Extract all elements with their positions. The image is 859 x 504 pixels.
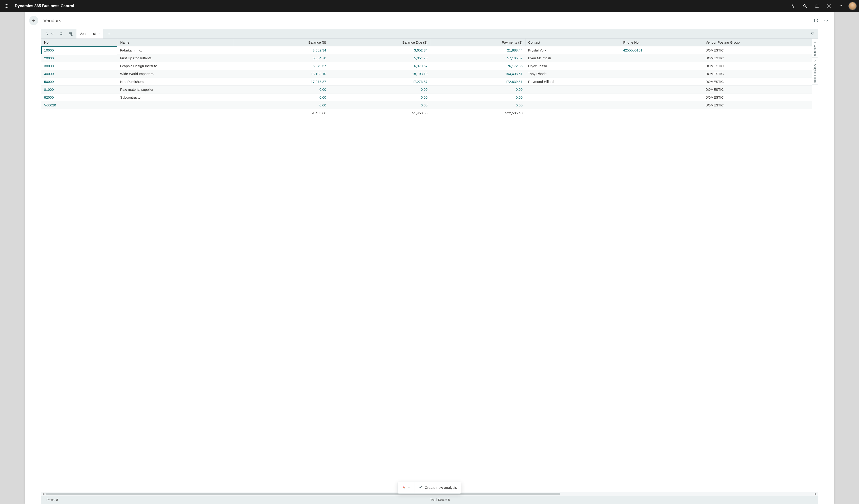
cell-balance[interactable]: 0.00 bbox=[234, 101, 329, 109]
col-balance[interactable]: Balance ($) bbox=[234, 39, 329, 46]
analysis-mode-button[interactable] bbox=[67, 29, 75, 38]
collapse-button[interactable] bbox=[823, 17, 830, 24]
cell-no[interactable]: 81000 bbox=[41, 86, 117, 93]
tab-vendor-list[interactable]: Vendor list bbox=[76, 29, 103, 38]
cell-no[interactable]: V00020 bbox=[41, 101, 117, 109]
add-tab-button[interactable] bbox=[103, 29, 115, 38]
cell-phone[interactable]: 4255550101 bbox=[620, 46, 703, 54]
table-row[interactable]: 82000Subcontractor0.000.000.00DOMESTIC bbox=[41, 93, 812, 101]
scroll-left-arrow[interactable]: ◀ bbox=[41, 492, 45, 495]
copilot-toolbar-button[interactable] bbox=[43, 29, 56, 38]
cell-balance[interactable]: 17,273.87 bbox=[234, 78, 329, 86]
cell-balance[interactable]: 0.00 bbox=[234, 86, 329, 93]
cell-balance[interactable]: 18,193.10 bbox=[234, 70, 329, 78]
cell-vpg[interactable]: DOMESTIC bbox=[703, 86, 812, 93]
cell-balance-due[interactable]: 5,354.78 bbox=[329, 54, 430, 62]
cell-phone[interactable] bbox=[620, 62, 703, 70]
cell-phone[interactable] bbox=[620, 70, 703, 78]
cell-name[interactable] bbox=[117, 101, 234, 109]
cell-balance-due[interactable]: 0.00 bbox=[329, 86, 430, 93]
back-button[interactable] bbox=[29, 16, 38, 25]
cell-payments[interactable]: 57,195.87 bbox=[430, 54, 525, 62]
cell-balance[interactable]: 0.00 bbox=[234, 93, 329, 101]
table-row[interactable]: 50000Nod Publishers17,273.8717,273.87172… bbox=[41, 78, 812, 86]
cell-payments[interactable]: 172,839.81 bbox=[430, 78, 525, 86]
col-payments[interactable]: Payments ($) bbox=[430, 39, 525, 46]
cell-balance-due[interactable]: 0.00 bbox=[329, 101, 430, 109]
cell-payments[interactable]: 21,888.44 bbox=[430, 46, 525, 54]
cell-contact[interactable] bbox=[525, 101, 620, 109]
cell-no[interactable]: 10000 bbox=[41, 46, 117, 54]
cell-no[interactable]: 82000 bbox=[41, 93, 117, 101]
filter-button[interactable] bbox=[807, 29, 818, 38]
cell-name[interactable]: Subcontractor bbox=[117, 93, 234, 101]
col-contact[interactable]: Contact bbox=[525, 39, 620, 46]
cell-vpg[interactable]: DOMESTIC bbox=[703, 93, 812, 101]
cell-vpg[interactable]: DOMESTIC bbox=[703, 54, 812, 62]
cell-phone[interactable] bbox=[620, 86, 703, 93]
cell-contact[interactable]: Krystal York bbox=[525, 46, 620, 54]
cell-name[interactable]: First Up Consultants bbox=[117, 54, 234, 62]
table-row[interactable]: 81000Raw material supplier0.000.000.00DO… bbox=[41, 86, 812, 93]
cell-balance[interactable]: 6,979.57 bbox=[234, 62, 329, 70]
user-avatar[interactable] bbox=[848, 2, 857, 10]
cell-vpg[interactable]: DOMESTIC bbox=[703, 46, 812, 54]
col-name[interactable]: Name bbox=[117, 39, 234, 46]
toolbar-search-button[interactable] bbox=[58, 29, 65, 38]
cell-phone[interactable] bbox=[620, 54, 703, 62]
copilot-header-button[interactable] bbox=[788, 1, 798, 11]
cell-no[interactable]: 30000 bbox=[41, 62, 117, 70]
cell-payments[interactable]: 0.00 bbox=[430, 86, 525, 93]
table-row[interactable]: 20000First Up Consultants5,354.785,354.7… bbox=[41, 54, 812, 62]
app-launcher-button[interactable] bbox=[2, 2, 11, 10]
cell-no[interactable]: 40000 bbox=[41, 70, 117, 78]
cell-contact[interactable]: Evan McIntosh bbox=[525, 54, 620, 62]
rail-columns[interactable]: Columns bbox=[812, 39, 818, 58]
table-row[interactable]: 10000Fabrikam, Inc.3,652.343,652.3421,88… bbox=[41, 46, 812, 54]
cell-balance[interactable]: 5,354.78 bbox=[234, 54, 329, 62]
cell-balance-due[interactable]: 0.00 bbox=[329, 93, 430, 101]
cell-no[interactable]: 20000 bbox=[41, 54, 117, 62]
table-row[interactable]: V000200.000.000.00DOMESTIC bbox=[41, 101, 812, 109]
table-row[interactable]: 40000Wide World Importers18,193.1018,193… bbox=[41, 70, 812, 78]
col-phone[interactable]: Phone No. bbox=[620, 39, 703, 46]
cell-contact[interactable]: Raymond Hillard bbox=[525, 78, 620, 86]
cell-name[interactable]: Graphic Design Institute bbox=[117, 62, 234, 70]
create-analysis-button[interactable]: Create new analysis bbox=[415, 486, 461, 490]
col-vpg[interactable]: Vendor Posting Group bbox=[703, 39, 812, 46]
cell-name[interactable]: Wide World Importers bbox=[117, 70, 234, 78]
cell-balance-due[interactable]: 3,652.34 bbox=[329, 46, 430, 54]
search-button[interactable] bbox=[800, 1, 810, 11]
cell-balance[interactable]: 3,652.34 bbox=[234, 46, 329, 54]
pop-out-button[interactable] bbox=[812, 17, 820, 24]
cell-balance-due[interactable]: 18,193.10 bbox=[329, 70, 430, 78]
col-balance-due[interactable]: Balance Due ($) bbox=[329, 39, 430, 46]
cell-contact[interactable] bbox=[525, 86, 620, 93]
cell-vpg[interactable]: DOMESTIC bbox=[703, 101, 812, 109]
table-row[interactable]: 30000Graphic Design Institute6,979.576,9… bbox=[41, 62, 812, 70]
cell-payments[interactable]: 0.00 bbox=[430, 101, 525, 109]
scroll-thumb[interactable] bbox=[45, 493, 560, 495]
cell-vpg[interactable]: DOMESTIC bbox=[703, 62, 812, 70]
cell-payments[interactable]: 76,172.85 bbox=[430, 62, 525, 70]
cell-vpg[interactable]: DOMESTIC bbox=[703, 70, 812, 78]
cell-contact[interactable]: Toby Rhode bbox=[525, 70, 620, 78]
settings-button[interactable] bbox=[824, 1, 833, 11]
cell-phone[interactable] bbox=[620, 101, 703, 109]
cell-balance-due[interactable]: 6,979.57 bbox=[329, 62, 430, 70]
rail-analysis-filters[interactable]: Analysis Filters bbox=[812, 58, 818, 85]
cell-name[interactable]: Fabrikam, Inc. bbox=[117, 46, 234, 54]
scroll-right-arrow[interactable]: ▶ bbox=[814, 492, 818, 495]
cell-phone[interactable] bbox=[620, 93, 703, 101]
cell-balance-due[interactable]: 17,273.87 bbox=[329, 78, 430, 86]
cell-contact[interactable]: Bryce Jasso bbox=[525, 62, 620, 70]
cell-vpg[interactable]: DOMESTIC bbox=[703, 78, 812, 86]
cell-name[interactable]: Nod Publishers bbox=[117, 78, 234, 86]
notifications-button[interactable] bbox=[812, 1, 822, 11]
cell-name[interactable]: Raw material supplier bbox=[117, 86, 234, 93]
cell-payments[interactable]: 194,408.51 bbox=[430, 70, 525, 78]
cell-phone[interactable] bbox=[620, 78, 703, 86]
cell-contact[interactable] bbox=[525, 93, 620, 101]
cell-payments[interactable]: 0.00 bbox=[430, 93, 525, 101]
col-no[interactable]: No. bbox=[41, 39, 117, 46]
